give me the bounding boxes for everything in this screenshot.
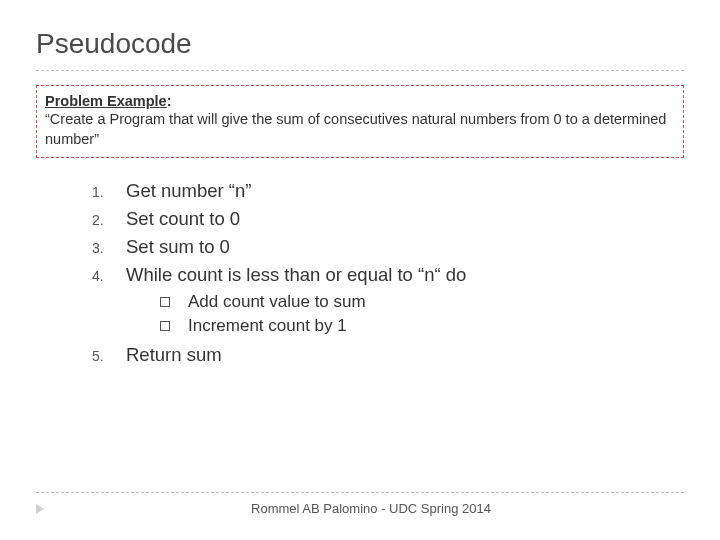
step-list-cont: 5. Return sum (92, 344, 684, 366)
step-text: While count is less than or equal to “n“… (126, 264, 466, 286)
step-item: 1. Get number “n” (92, 180, 684, 202)
step-text: Return sum (126, 344, 222, 366)
triangle-icon (36, 504, 44, 514)
problem-colon: : (167, 93, 172, 109)
problem-text: “Create a Program that will give the sum… (45, 110, 675, 149)
problem-box: Problem Example: “Create a Program that … (36, 85, 684, 158)
title-divider (36, 70, 684, 71)
slide: Pseudocode Problem Example: “Create a Pr… (0, 0, 720, 540)
substep-list: Add count value to sum Increment count b… (160, 292, 684, 336)
footer-text: Rommel AB Palomino - UDC Spring 2014 (58, 501, 684, 516)
step-number: 4. (92, 268, 126, 284)
step-text: Get number “n” (126, 180, 251, 202)
footer: Rommel AB Palomino - UDC Spring 2014 (36, 492, 684, 516)
step-text: Set sum to 0 (126, 236, 230, 258)
step-number: 2. (92, 212, 126, 228)
substep-text: Add count value to sum (188, 292, 366, 312)
step-item: 2. Set count to 0 (92, 208, 684, 230)
step-number: 5. (92, 348, 126, 364)
bullet-box-icon (160, 297, 170, 307)
step-list: 1. Get number “n” 2. Set count to 0 3. S… (92, 180, 684, 286)
bullet-box-icon (160, 321, 170, 331)
substep-text: Increment count by 1 (188, 316, 347, 336)
step-number: 3. (92, 240, 126, 256)
substep-item: Increment count by 1 (160, 316, 684, 336)
step-item: 3. Set sum to 0 (92, 236, 684, 258)
step-item: 4. While count is less than or equal to … (92, 264, 684, 286)
step-text: Set count to 0 (126, 208, 240, 230)
step-number: 1. (92, 184, 126, 200)
substep-item: Add count value to sum (160, 292, 684, 312)
step-item: 5. Return sum (92, 344, 684, 366)
footer-divider (36, 492, 684, 493)
slide-title: Pseudocode (36, 28, 684, 60)
problem-label: Problem Example (45, 93, 167, 109)
footer-row: Rommel AB Palomino - UDC Spring 2014 (36, 501, 684, 516)
